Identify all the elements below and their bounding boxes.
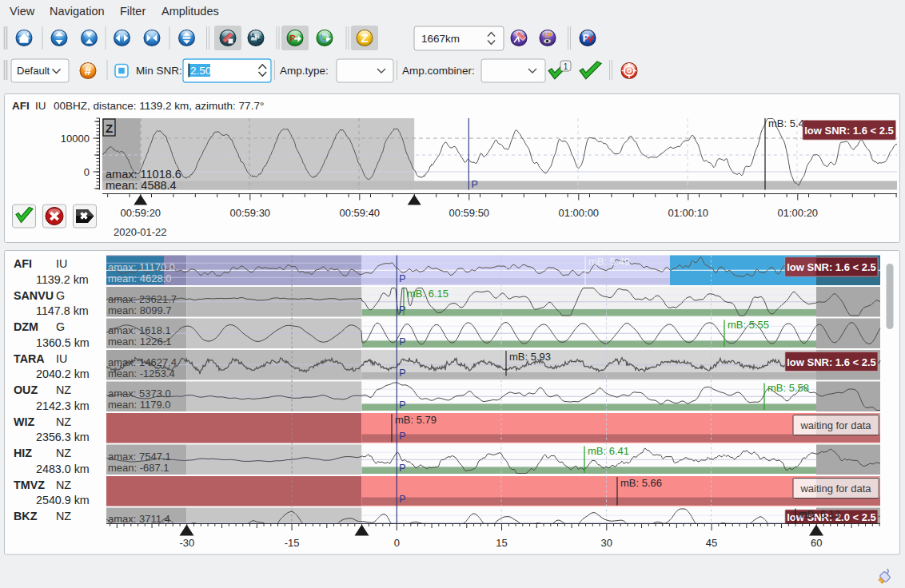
svg-text:01:00:00: 01:00:00 [558,207,599,219]
svg-text:amax: 7547.1: amax: 7547.1 [108,451,171,463]
svg-text:Navigation: Navigation [50,5,105,18]
svg-text:mB: 5.93: mB: 5.93 [509,351,551,363]
svg-text:AFI: AFI [12,100,30,112]
svg-text:mB: 5.58: mB: 5.58 [767,382,809,394]
svg-text:SANVU: SANVU [14,289,54,302]
svg-text:mean: 8099.7: mean: 8099.7 [108,304,172,316]
svg-text:NZ: NZ [56,383,71,396]
svg-text:C: C [257,38,262,45]
svg-text:mB: 5.49: mB: 5.49 [588,256,630,268]
svg-text:1: 1 [564,62,568,71]
svg-text:01:00:10: 01:00:10 [668,207,708,219]
svg-text:Amplitudes: Amplitudes [161,5,219,18]
svg-text:Min SNR:: Min SNR: [136,65,182,77]
svg-text:DZM: DZM [14,320,38,333]
svg-text:0: 0 [84,166,90,178]
svg-text:G: G [56,320,65,333]
svg-text:HIZ: HIZ [14,447,32,459]
svg-text:15: 15 [496,537,507,549]
svg-text:Amp.combiner:: Amp.combiner: [402,65,475,77]
svg-text:amax: 11170.0: amax: 11170.0 [108,261,175,273]
svg-text:2483.0 km: 2483.0 km [36,463,90,475]
svg-text:P: P [399,431,405,442]
svg-text:low SNR: 1.6 < 2.5: low SNR: 1.6 < 2.5 [787,356,876,368]
svg-text:mB: 5.55: mB: 5.55 [728,319,769,331]
svg-text:IU: IU [35,100,46,112]
svg-text:mB: 6.41: mB: 6.41 [588,445,629,457]
svg-text:00:59:20: 00:59:20 [120,207,161,219]
svg-text:Z: Z [106,121,113,135]
svg-text:IU: IU [56,352,67,365]
svg-text:OUZ: OUZ [14,383,38,396]
svg-text:2356.3 km: 2356.3 km [36,431,90,443]
svg-text:1667km: 1667km [421,33,460,45]
svg-text:P: P [399,494,405,505]
svg-text:mB: 5.79: mB: 5.79 [395,414,437,426]
svg-text:P: P [399,336,405,348]
svg-text:Amp.type:: Amp.type: [280,65,329,77]
svg-text:1139.2 km: 1139.2 km [36,273,89,286]
svg-text:WIZ: WIZ [14,415,34,428]
svg-text:P: P [399,368,405,379]
svg-text:Filter: Filter [120,5,146,18]
svg-text:10000: 10000 [61,133,90,145]
svg-text:View: View [10,5,35,18]
svg-text:45: 45 [706,537,717,549]
svg-text:30: 30 [601,537,612,549]
svg-text:01:00:20: 01:00:20 [777,207,818,219]
svg-text:#: # [85,64,92,77]
svg-text:mB: 6.15: mB: 6.15 [407,288,449,300]
svg-text:amax: 14627.4: amax: 14627.4 [108,356,177,368]
svg-text:waiting for data: waiting for data [799,483,871,495]
svg-text:low SNR: 1.6 < 2.5: low SNR: 1.6 < 2.5 [804,125,894,137]
svg-text:Default: Default [17,65,50,77]
svg-text:00:59:50: 00:59:50 [449,207,489,219]
svg-text:mean: 4588.4: mean: 4588.4 [106,179,177,192]
svg-text:P: P [399,273,405,284]
svg-text:AFI: AFI [14,257,32,270]
svg-text:mB: 5.66: mB: 5.66 [620,477,662,489]
svg-text:low SNR: 1.6 < 2.5: low SNR: 1.6 < 2.5 [787,261,876,273]
svg-text:BKZ: BKZ [14,510,38,522]
svg-text:-30: -30 [179,537,194,549]
svg-text:0: 0 [394,537,400,549]
svg-text:P: P [399,399,405,411]
svg-text:2.50: 2.50 [190,65,211,77]
svg-text:mean: 1226.1: mean: 1226.1 [108,336,172,348]
svg-text:00:59:40: 00:59:40 [339,207,380,219]
svg-text:NZ: NZ [56,479,71,491]
svg-text:2020-01-22: 2020-01-22 [114,226,167,238]
svg-text:mB: 6.13: mB: 6.13 [799,508,840,520]
svg-text:amax: 5373.0: amax: 5373.0 [108,387,171,399]
svg-text:2540.9 km: 2540.9 km [36,494,90,507]
svg-text:NZ: NZ [56,510,71,522]
svg-text:1360.5 km: 1360.5 km [36,336,90,349]
svg-text:mean: 1179.0: mean: 1179.0 [108,399,171,411]
svg-text:mean: -1253.4: mean: -1253.4 [108,368,175,379]
svg-text:amax: 23621.7: amax: 23621.7 [108,293,177,305]
svg-text:NZ: NZ [56,447,71,459]
svg-text:mean: -687.1: mean: -687.1 [108,462,169,474]
svg-text:-15: -15 [285,537,300,549]
svg-text:amax: 1618.1: amax: 1618.1 [108,324,171,336]
svg-text:P: P [399,304,405,316]
svg-text:G: G [56,289,65,302]
svg-text:TMVZ: TMVZ [14,479,45,491]
svg-text:NZ: NZ [56,415,71,428]
svg-text:2040.2 km: 2040.2 km [36,368,90,380]
svg-text:60: 60 [811,537,822,549]
svg-text:00:59:30: 00:59:30 [229,207,270,219]
svg-text:P: P [472,179,478,190]
svg-text:TARA: TARA [14,352,45,365]
svg-text:2142.3 km: 2142.3 km [36,399,90,412]
svg-text:!P: !P [544,30,552,39]
svg-text:amax: 3711.4: amax: 3711.4 [108,513,170,525]
svg-text:IU: IU [56,257,67,270]
svg-text:P: P [399,463,405,474]
svg-text:waiting for data: waiting for data [799,419,871,431]
svg-text:00BHZ, distance: 1139.2 km, az: 00BHZ, distance: 1139.2 km, azimuth: 77.… [54,100,264,112]
svg-text:mean: 4628.0: mean: 4628.0 [108,272,172,284]
svg-text:1147.8 km: 1147.8 km [36,304,89,317]
svg-text:Z: Z [361,31,368,45]
